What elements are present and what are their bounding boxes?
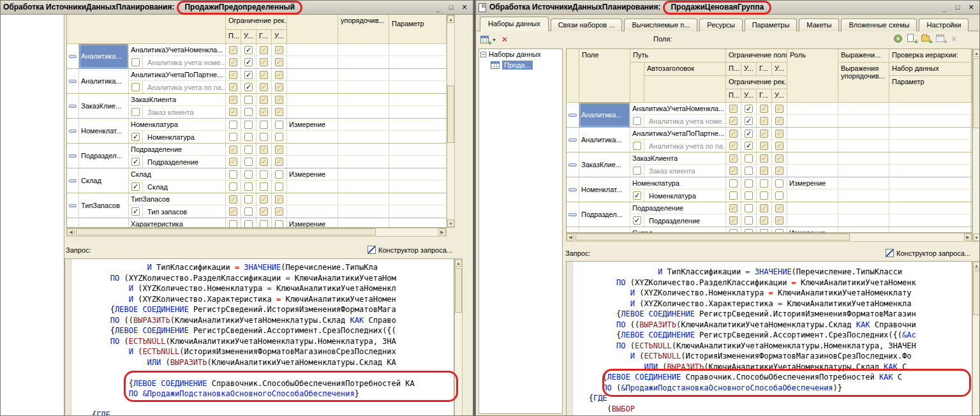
restriction-cell[interactable] <box>272 131 287 143</box>
role-cell[interactable]: Измерение <box>787 227 838 233</box>
field-name-cell[interactable]: ЗаказКлие... <box>579 152 630 177</box>
restriction-cell[interactable]: ✓ <box>772 214 787 227</box>
autotitle-checkbox-cell[interactable]: ✓ <box>630 189 644 202</box>
scroll-down-icon[interactable]: ▼ <box>973 234 980 241</box>
autotitle-cell[interactable]: Заказ клиента <box>644 165 726 177</box>
extra-cell[interactable] <box>389 94 447 105</box>
path-cell[interactable]: Характеристика <box>129 218 226 228</box>
checkbox-off[interactable] <box>260 220 268 228</box>
checkbox-off[interactable] <box>244 182 253 191</box>
restriction-cell[interactable] <box>741 165 757 177</box>
restriction-cell[interactable]: ✓ <box>272 193 287 205</box>
checkbox-off[interactable] <box>275 170 283 179</box>
checkbox-off[interactable] <box>275 133 283 141</box>
checkbox-dim[interactable]: ✓ <box>760 130 768 138</box>
restriction-cell[interactable]: ✓ <box>757 140 772 152</box>
dropdown-icon[interactable]: ▼ <box>492 38 496 42</box>
scroll-up-icon[interactable]: ▲ <box>447 15 454 23</box>
checkbox-dim[interactable]: ✓ <box>275 71 283 79</box>
checkbox-off[interactable] <box>244 145 253 154</box>
autotitle-checkbox-cell[interactable] <box>630 140 644 152</box>
restriction-cell[interactable] <box>256 181 272 193</box>
path-cell[interactable]: АналитикаУчетаПоПартне... <box>129 69 226 80</box>
checkbox-dim[interactable]: ✓ <box>775 105 783 113</box>
fields-vscrollbar-right[interactable]: ▲ ▼ <box>972 48 980 242</box>
restriction-cell[interactable]: ✓ <box>256 56 272 68</box>
delete-field-button-disabled[interactable]: ✕ <box>951 34 957 43</box>
autotitle-cell[interactable]: Склад <box>143 181 226 193</box>
checkbox-off[interactable] <box>260 121 268 129</box>
header-cell-attr-restriction[interactable]: Ограничение рек... <box>226 15 287 30</box>
checkbox-dim[interactable]: ✓ <box>229 83 237 91</box>
checkbox-dim[interactable]: ✓ <box>729 142 738 150</box>
row-grip[interactable] <box>67 44 79 68</box>
autotitle-cell[interactable]: Заказ клиента <box>143 106 226 118</box>
checkbox-off[interactable] <box>260 133 268 141</box>
extra-cell[interactable] <box>389 181 447 193</box>
checkbox-off[interactable] <box>745 154 753 163</box>
autotitle-checkbox[interactable] <box>633 117 641 125</box>
restriction-cell[interactable] <box>726 189 741 202</box>
checkbox-off[interactable] <box>260 182 268 191</box>
restriction-cell[interactable]: ✓ <box>241 69 256 80</box>
path-cell[interactable]: Склад <box>129 168 226 180</box>
restriction-cell[interactable]: ✓ <box>272 156 287 168</box>
role-cell[interactable] <box>787 202 838 214</box>
role-cell[interactable] <box>787 152 838 164</box>
field-name-cell[interactable]: Аналитика... <box>79 69 129 93</box>
restriction-cell[interactable]: ✓ <box>772 103 787 114</box>
checkbox-off[interactable] <box>775 191 783 200</box>
role-cell[interactable] <box>287 81 338 93</box>
restriction-cell[interactable] <box>272 181 287 193</box>
restriction-cell[interactable]: ✓ <box>772 152 787 164</box>
checkbox-dim[interactable]: ✓ <box>260 71 268 79</box>
checkbox-on[interactable]: ✓ <box>244 83 253 91</box>
header-cell-check-p[interactable]: П... <box>726 89 741 103</box>
extra-cell[interactable] <box>338 94 389 105</box>
restriction-cell[interactable]: ✓ <box>256 94 272 105</box>
field-name-cell[interactable]: Номенклат... <box>79 119 129 143</box>
restriction-cell[interactable] <box>226 119 241 130</box>
checkbox-dim[interactable]: ✓ <box>760 167 768 175</box>
role-cell[interactable]: Измерение <box>287 119 338 130</box>
scroll-thumb[interactable] <box>455 268 462 313</box>
autotitle-cell[interactable]: Номенклатура <box>143 131 226 143</box>
checkbox-dim[interactable]: ✓ <box>229 58 237 66</box>
checkbox-dim[interactable]: ✓ <box>275 207 283 216</box>
autotitle-checkbox[interactable] <box>633 167 641 175</box>
field-name-cell[interactable]: Аналитика... <box>579 128 630 152</box>
scroll-right-icon[interactable]: ▶ <box>438 228 446 235</box>
restriction-cell[interactable]: ✓ <box>757 214 772 227</box>
checkbox-off[interactable] <box>244 220 253 228</box>
checkbox-dim[interactable]: ✓ <box>275 195 283 204</box>
checkbox-on[interactable]: ✓ <box>244 58 253 66</box>
checkbox-dim[interactable]: ✓ <box>260 145 268 154</box>
restriction-cell[interactable]: ✓ <box>757 152 772 164</box>
titlebar-right[interactable]: Обработка ИсточникиДанныхПланирования:Пр… <box>476 1 979 15</box>
row-grip[interactable] <box>67 193 79 218</box>
restriction-cell[interactable]: ✓ <box>757 115 772 127</box>
autotitle-checkbox[interactable] <box>131 58 140 66</box>
extra-cell[interactable] <box>838 214 889 227</box>
restriction-cell[interactable] <box>757 189 772 202</box>
restriction-cell[interactable] <box>757 177 772 189</box>
extra-cell[interactable] <box>889 140 971 152</box>
restriction-cell[interactable]: ✓ <box>272 144 287 155</box>
checkbox-dim[interactable]: ✓ <box>275 46 283 54</box>
checkbox-off[interactable] <box>244 207 253 216</box>
field-name-cell[interactable]: Подраздел... <box>79 144 129 168</box>
checkbox-off[interactable] <box>275 220 283 228</box>
autotitle-checkbox-cell[interactable] <box>129 56 143 68</box>
checkbox-dim[interactable]: ✓ <box>229 145 237 154</box>
checkbox-off[interactable] <box>229 220 237 228</box>
checkbox-off[interactable] <box>729 179 738 188</box>
extra-cell[interactable] <box>338 168 389 180</box>
restriction-cell[interactable] <box>726 227 741 233</box>
restriction-cell[interactable]: ✓ <box>226 56 241 68</box>
restriction-cell[interactable]: ✓ <box>726 140 741 152</box>
scroll-down-icon[interactable]: ▼ <box>447 219 454 227</box>
restriction-cell[interactable]: ✓ <box>272 44 287 56</box>
header-cell-check-u2[interactable]: У... <box>772 89 787 103</box>
extra-cell[interactable] <box>838 128 889 139</box>
checkbox-dim[interactable]: ✓ <box>775 130 783 138</box>
